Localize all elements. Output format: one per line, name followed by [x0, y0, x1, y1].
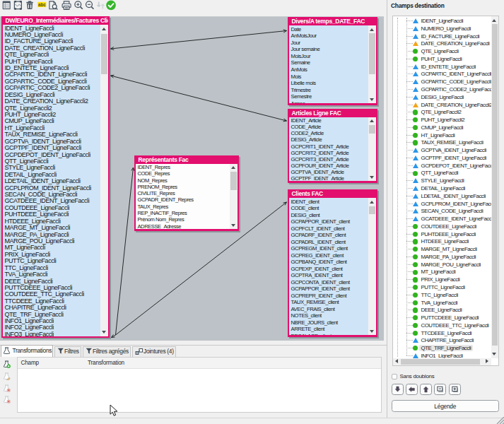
- svg-text:abc: abc: [38, 1, 46, 8]
